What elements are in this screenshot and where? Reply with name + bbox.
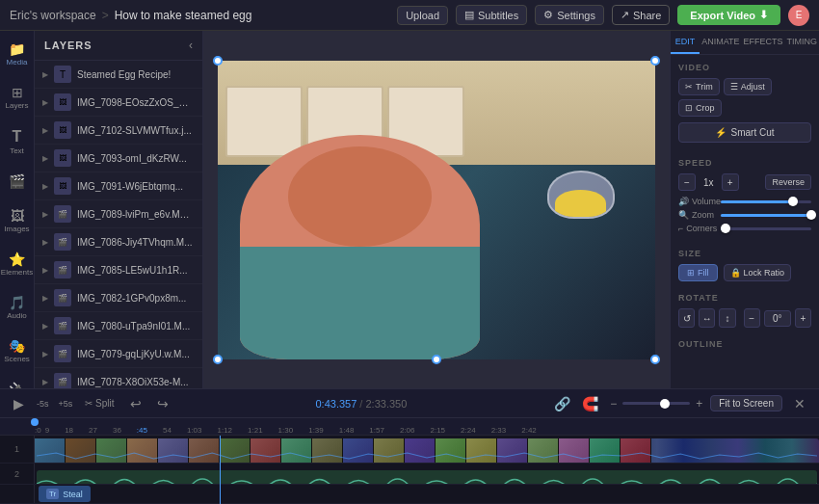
handle-bottom-right[interactable] [650, 355, 660, 364]
face [288, 146, 433, 248]
lock-ratio-button[interactable]: 🔒 Lock Ratio [724, 264, 792, 281]
main-area: 📁 Media ⊞ Layers T Text 🎬 🖼 Images ⭐ Ele… [0, 31, 819, 388]
zoom-thumb[interactable] [806, 210, 816, 220]
zoom-row: 🔍 Zoom [678, 210, 811, 220]
magnet-button[interactable]: 🧲 [578, 394, 602, 413]
tab-animate[interactable]: ANIMATE [700, 31, 741, 54]
trim-button[interactable]: ✂ Trim [678, 78, 720, 95]
layer-name: IMG_7091-W6jEbtqmq... [77, 181, 183, 192]
flip-v-button[interactable]: ↕ [719, 308, 735, 328]
list-item[interactable]: ▶ 🖼 IMG_7098-EOszZxOS_JPG [35, 89, 202, 117]
expand-icon: ▶ [42, 182, 48, 191]
handle-top-left[interactable] [213, 56, 223, 66]
undo-button[interactable]: ↩ [126, 394, 145, 413]
crop-button[interactable]: ⊡ Crop [678, 99, 722, 117]
sidebar-item-layers[interactable]: ⊞ Layers [1, 82, 34, 114]
ruler-mark: 2:24 [461, 426, 476, 435]
sidebar-item-audio[interactable]: 🎵 Audio [1, 292, 34, 324]
skip-fwd-button[interactable]: +5s [58, 399, 74, 409]
volume-thumb[interactable] [788, 197, 798, 206]
corners-slider[interactable] [721, 227, 811, 230]
shirt [240, 247, 481, 358]
list-item[interactable]: ▶ 🎬 IMG_7079-gqLjKyU.w.M... [35, 340, 202, 368]
sidebar-item-elements[interactable]: ⭐ Elements [1, 249, 34, 280]
sidebar-item-media[interactable]: 📁 Media [1, 39, 34, 70]
flip-h-button[interactable]: ↔ [699, 308, 715, 328]
list-item[interactable]: ▶ 🎬 IMG_7089-lviPm_e6v.MOV [35, 200, 202, 228]
sidebar-item-images[interactable]: 🖼 Images [1, 205, 34, 237]
layer-thumb: 🎬 [54, 261, 71, 279]
link-button[interactable]: 🔗 [550, 394, 574, 413]
ruler-mark: 1:21 [248, 426, 263, 435]
export-button[interactable]: Export Video ⬇ [677, 5, 780, 25]
breadcrumb-separator: > [102, 9, 109, 22]
smart-cut-button[interactable]: ⚡ Smart Cut [678, 122, 811, 143]
list-item[interactable]: ▶ T Steamed Egg Recipe! [35, 61, 202, 89]
sidebar-label-elements: Elements [1, 268, 33, 277]
play-button[interactable]: ▶ [10, 394, 28, 413]
settings-button[interactable]: ⚙ Settings [535, 5, 604, 25]
tab-timing[interactable]: TIMING [785, 31, 820, 54]
list-item[interactable]: ▶ 🖼 IMG_7093-omI_dKzRW... [35, 145, 202, 172]
timeline-zoom-slider[interactable] [622, 402, 690, 405]
sidebar-item-plugins[interactable]: 🔌 Plugins [1, 379, 34, 388]
timeline-area: ▶ -5s +5s ✂ Split ↩ ↪ 0:43.357 / 2:33.35… [0, 388, 819, 504]
sidebar-item-clips[interactable]: 🎬 [1, 171, 34, 194]
video-section-title: VIDEO [678, 63, 811, 72]
rotate-ccw-button[interactable]: ↺ [678, 308, 695, 328]
list-item[interactable]: ▶ 🖼 IMG_7091-W6jEbtqmq... [35, 172, 202, 200]
list-item[interactable]: ▶ 🎬 IMG_7080-uTpa9nI01.M... [35, 312, 202, 340]
zoom-label: 🔍 Zoom [678, 210, 715, 220]
sidebar-item-text[interactable]: T Text [1, 125, 34, 159]
adjust-button[interactable]: ☰ Adjust [724, 78, 772, 95]
redo-button[interactable]: ↪ [153, 394, 172, 413]
track-content-video[interactable] [35, 436, 819, 463]
skip-back-button[interactable]: -5s [36, 399, 50, 409]
lightning-icon: ⚡ [715, 127, 727, 138]
timeline-zoom-thumb[interactable] [660, 399, 670, 409]
handle-top-right[interactable] [650, 56, 660, 66]
track-content-audio[interactable] [35, 464, 819, 484]
clip-label[interactable]: Tr Steal [39, 486, 91, 502]
list-item[interactable]: ▶ 🖼 IMG_7102-SLVMWTfux.j... [35, 117, 202, 145]
tab-edit[interactable]: EDIT [671, 31, 700, 54]
reverse-button[interactable]: Reverse [765, 174, 811, 190]
zoom-slider[interactable] [721, 214, 811, 217]
list-item[interactable]: ▶ 🎬 IMG_7085-LE5wU1h1R... [35, 256, 202, 284]
handle-bottom-left[interactable] [213, 355, 223, 364]
volume-slider[interactable] [721, 200, 811, 203]
waveform [37, 470, 817, 484]
handle-bottom-mid[interactable] [432, 355, 441, 364]
fit-to-screen-button[interactable]: Fit to Screen [710, 395, 782, 411]
total-time: 2:33.350 [365, 398, 407, 410]
workspace-link[interactable]: Eric's workspace [10, 9, 96, 22]
avatar[interactable]: E [788, 5, 809, 26]
tab-effects[interactable]: EFFECTS [741, 31, 784, 54]
split-button[interactable]: ✂ Split [81, 396, 118, 411]
list-item[interactable]: ▶ 🎬 IMG_7082-1GPv0px8m... [35, 284, 202, 312]
list-item[interactable]: ▶ 🎬 IMG_7078-X8OiX53e-M... [35, 368, 202, 388]
sidebar-label-scenes: Scenes [4, 355, 30, 363]
speed-increase-button[interactable]: + [722, 173, 739, 191]
subtitles-button[interactable]: ▤ Subtitles [456, 5, 527, 25]
upload-button[interactable]: Upload [397, 6, 448, 25]
sidebar-item-scenes[interactable]: 🎭 Scenes [1, 335, 34, 367]
share-button[interactable]: ↗ Share [612, 5, 670, 25]
layer-name: IMG_7086-Jiy4TVhqm.M... [77, 237, 192, 248]
expand-icon: ▶ [42, 126, 48, 135]
volume-icon: 🔊 [678, 197, 689, 206]
rotate-plus-button[interactable]: + [795, 308, 811, 328]
rotate-minus-button[interactable]: − [744, 308, 760, 328]
outline-section-title: OUTLINE [678, 339, 811, 349]
video-background [218, 61, 655, 359]
layer-name: IMG_7089-lviPm_e6v.MOV [77, 209, 193, 220]
speed-controls: − 1x + Reverse [678, 173, 811, 191]
close-timeline-button[interactable]: ✕ [790, 394, 809, 413]
ruler-mark: 27 [89, 426, 97, 435]
list-item[interactable]: ▶ 🎬 IMG_7086-Jiy4TVhqm.M... [35, 228, 202, 256]
track-number: 1 [14, 444, 19, 454]
fill-button[interactable]: ⊞ Fill [678, 264, 718, 281]
layers-collapse-button[interactable]: ‹ [189, 39, 193, 52]
speed-decrease-button[interactable]: − [678, 173, 696, 191]
corners-thumb[interactable] [721, 224, 730, 233]
